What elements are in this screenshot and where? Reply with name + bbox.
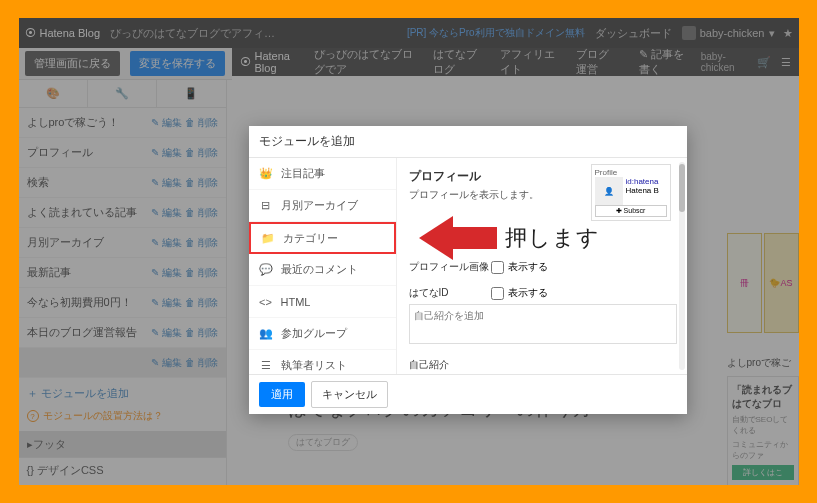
module-recent-comments[interactable]: 💬最近のコメント (249, 254, 396, 286)
field-bio-label: 自己紹介 (409, 358, 491, 372)
folder-icon: 📁 (261, 232, 275, 245)
module-type-list[interactable]: 👑注目記事 ⊟月別アーカイブ 📁カテゴリー 💬最近のコメント <>HTML 👥参… (249, 158, 397, 374)
archive-icon: ⊟ (259, 199, 273, 212)
code-icon: <> (259, 296, 273, 308)
add-module-modal: モジュールを追加 👑注目記事 ⊟月別アーカイブ 📁カテゴリー 💬最近のコメント … (249, 126, 687, 414)
group-icon: 👥 (259, 327, 273, 340)
profile-image-placeholder: 👤 (595, 177, 623, 205)
bio-textarea[interactable] (409, 304, 677, 344)
subscribe-button[interactable]: ✚ Subscr (595, 205, 667, 217)
modal-title: モジュールを追加 (249, 126, 687, 158)
field-hatenaid-label: はてなID (409, 286, 491, 300)
module-config-panel: プロフィール プロフィールを表示します。 Profile 👤 id:hatena… (397, 158, 687, 374)
list-icon: ☰ (259, 359, 273, 372)
field-profile-image-label: プロフィール画像 (409, 260, 491, 274)
comment-icon: 💬 (259, 263, 273, 276)
module-html[interactable]: <>HTML (249, 286, 396, 318)
show-id-checkbox[interactable]: 表示する (491, 286, 548, 300)
scrollbar-thumb[interactable] (679, 164, 685, 212)
module-authors[interactable]: ☰執筆者リスト (249, 350, 396, 374)
apply-button[interactable]: 適用 (259, 382, 305, 407)
profile-preview-card: Profile 👤 id:hatena Hatena B ✚ Subscr (591, 164, 671, 221)
cancel-button[interactable]: キャンセル (311, 381, 388, 408)
scrollbar[interactable] (679, 162, 685, 370)
show-image-checkbox[interactable]: 表示する (491, 260, 548, 274)
module-featured[interactable]: 👑注目記事 (249, 158, 396, 190)
module-category[interactable]: 📁カテゴリー (249, 222, 396, 254)
modal-footer: 適用 キャンセル (249, 374, 687, 414)
crown-icon: 👑 (259, 167, 273, 180)
module-monthly-archive[interactable]: ⊟月別アーカイブ (249, 190, 396, 222)
module-groups[interactable]: 👥参加グループ (249, 318, 396, 350)
app-viewport: ⦿ Hatena Blog ぴっぴのはてなブログでアフィ… [PR] 今ならPr… (19, 18, 799, 485)
